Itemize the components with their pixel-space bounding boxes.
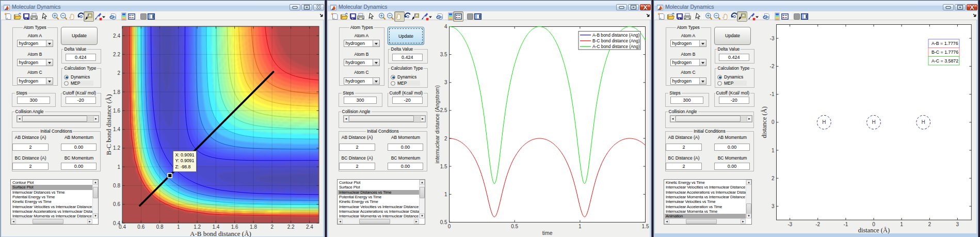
svg-text:2.5: 2.5 bbox=[440, 107, 447, 113]
svg-text:-1: -1 bbox=[843, 222, 848, 227]
svg-text:-2: -2 bbox=[815, 222, 820, 227]
svg-text:4: 4 bbox=[444, 24, 447, 29]
svg-text:distance (Å): distance (Å) bbox=[858, 227, 890, 234]
svg-text:1.4: 1.4 bbox=[212, 224, 219, 230]
svg-text:H: H bbox=[822, 119, 826, 125]
svg-text:A-B bond distance (Å): A-B bond distance (Å) bbox=[190, 230, 251, 237]
svg-text:2.4: 2.4 bbox=[113, 33, 120, 39]
svg-text:0.5: 0.5 bbox=[440, 219, 447, 225]
svg-text:2: 2 bbox=[928, 222, 931, 227]
svg-text:0.4: 0.4 bbox=[113, 220, 120, 226]
svg-text:distance (Å): distance (Å) bbox=[761, 106, 768, 138]
svg-text:1.4: 1.4 bbox=[113, 127, 120, 132]
svg-text:0.5: 0.5 bbox=[511, 224, 518, 229]
svg-text:1.6: 1.6 bbox=[113, 108, 120, 114]
svg-text:A-C = 3.5872: A-C = 3.5872 bbox=[931, 58, 958, 64]
svg-text:-2: -2 bbox=[770, 64, 775, 69]
svg-text:time: time bbox=[542, 230, 553, 236]
svg-text:0.8: 0.8 bbox=[113, 183, 120, 188]
svg-text:B-C = 1.7776: B-C = 1.7776 bbox=[931, 50, 958, 55]
svg-text:0: 0 bbox=[448, 224, 451, 229]
svg-text:2.4: 2.4 bbox=[306, 224, 313, 230]
svg-text:0.6: 0.6 bbox=[113, 201, 120, 207]
svg-text:H: H bbox=[922, 119, 925, 125]
svg-text:-1: -1 bbox=[770, 91, 775, 97]
svg-text:2: 2 bbox=[271, 224, 274, 230]
svg-text:2.2: 2.2 bbox=[113, 52, 120, 57]
svg-text:1.6: 1.6 bbox=[231, 224, 238, 230]
svg-text:3: 3 bbox=[772, 203, 775, 209]
svg-text:1: 1 bbox=[772, 148, 775, 153]
svg-text:A-B bond distance (Ang): A-B bond distance (Ang) bbox=[592, 33, 639, 38]
svg-text:3: 3 bbox=[956, 222, 959, 227]
svg-text:-3: -3 bbox=[788, 222, 792, 227]
svg-text:1.2: 1.2 bbox=[194, 224, 201, 230]
svg-text:2.2: 2.2 bbox=[287, 224, 295, 230]
svg-text:1: 1 bbox=[900, 222, 903, 227]
svg-text:1: 1 bbox=[177, 224, 180, 230]
svg-text:1.5: 1.5 bbox=[440, 164, 447, 169]
svg-text:1.8: 1.8 bbox=[113, 89, 120, 95]
svg-text:-3: -3 bbox=[770, 36, 775, 41]
svg-text:1.8: 1.8 bbox=[250, 224, 257, 230]
svg-text:2: 2 bbox=[117, 70, 120, 76]
svg-text:3.5: 3.5 bbox=[440, 52, 447, 57]
svg-text:B-C bond distance (Ang): B-C bond distance (Ang) bbox=[592, 38, 640, 43]
svg-text:0.6: 0.6 bbox=[137, 224, 144, 230]
svg-text:3: 3 bbox=[444, 80, 447, 85]
svg-text:internuclear distance (Angstro: internuclear distance (Angstrom) bbox=[434, 85, 440, 164]
svg-text:B-C bond distance (Å): B-C bond distance (Å) bbox=[105, 94, 113, 155]
svg-text:1: 1 bbox=[579, 224, 582, 229]
svg-text:H: H bbox=[872, 119, 875, 125]
svg-text:A-B = 1.7776: A-B = 1.7776 bbox=[931, 41, 958, 46]
svg-text:1.5: 1.5 bbox=[642, 224, 649, 229]
svg-text:2: 2 bbox=[772, 176, 775, 181]
svg-text:1: 1 bbox=[117, 164, 120, 170]
svg-text:A-C bond distance (Ang): A-C bond distance (Ang) bbox=[592, 44, 640, 49]
svg-text:0.8: 0.8 bbox=[156, 224, 164, 230]
svg-text:2: 2 bbox=[444, 136, 447, 141]
svg-text:1.2: 1.2 bbox=[113, 145, 120, 151]
svg-text:0: 0 bbox=[772, 119, 775, 125]
svg-text:1: 1 bbox=[444, 192, 447, 197]
